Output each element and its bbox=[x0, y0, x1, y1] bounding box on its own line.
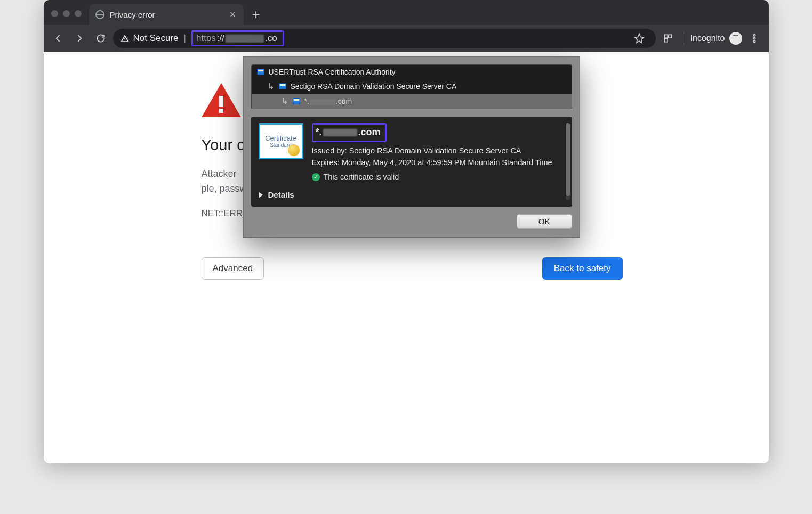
browser-toolbar: Not Secure | https://.co Incognito ⌒ bbox=[44, 25, 769, 52]
details-label: Details bbox=[268, 190, 294, 199]
back-button[interactable] bbox=[49, 29, 67, 47]
tab-strip: Privacy error × + bbox=[44, 0, 769, 25]
checkmark-icon: ✓ bbox=[312, 173, 320, 181]
disclosure-triangle-icon bbox=[259, 192, 263, 198]
browser-tab[interactable]: Privacy error × bbox=[89, 4, 244, 25]
expires: Expires: Monday, May 4, 2020 at 4:59:59 … bbox=[312, 158, 552, 167]
address-bar[interactable]: Not Secure | https://.co bbox=[113, 29, 656, 48]
redacted-domain bbox=[310, 99, 335, 105]
incognito-icon: ⌒ bbox=[729, 32, 742, 45]
redacted-domain bbox=[323, 129, 357, 136]
chain-leaf[interactable]: ↳ *..com bbox=[252, 94, 572, 109]
kebab-menu-icon[interactable] bbox=[745, 29, 763, 47]
reload-button[interactable] bbox=[92, 29, 110, 47]
warning-icon bbox=[120, 34, 129, 43]
url-highlight-box: https://.co bbox=[191, 30, 284, 46]
bookmark-star-icon[interactable] bbox=[630, 29, 648, 47]
traffic-light-close[interactable] bbox=[51, 10, 58, 17]
tab-title: Privacy error bbox=[110, 10, 223, 19]
window-controls[interactable] bbox=[51, 10, 82, 17]
chain-root-label: USERTrust RSA Certification Authority bbox=[269, 68, 396, 76]
certificate-dialog: USERTrust RSA Certification Authority ↳ … bbox=[243, 56, 580, 238]
svg-rect-2 bbox=[664, 39, 668, 42]
globe-icon bbox=[95, 10, 104, 19]
advanced-button[interactable]: Advanced bbox=[202, 257, 264, 280]
incognito-indicator: Incognito ⌒ bbox=[690, 32, 742, 45]
certificate-details: Certificate Standard *..com Issued by: S… bbox=[251, 117, 572, 207]
separator: | bbox=[184, 33, 186, 44]
forward-button[interactable] bbox=[70, 29, 89, 47]
tree-arrow-icon: ↳ bbox=[282, 96, 288, 106]
certificate-common-name: *..com bbox=[312, 123, 387, 142]
svg-rect-1 bbox=[668, 35, 671, 38]
ok-button[interactable]: OK bbox=[517, 214, 572, 229]
warning-triangle-icon bbox=[202, 83, 241, 117]
svg-point-4 bbox=[753, 37, 755, 39]
redacted-host bbox=[226, 35, 264, 43]
traffic-light-zoom[interactable] bbox=[75, 10, 82, 17]
security-label: Not Secure bbox=[133, 33, 179, 44]
page-content: Your c Attacker ple, passwords, messages… bbox=[44, 52, 769, 463]
certificate-image-icon: Certificate Standard bbox=[259, 123, 303, 159]
chain-root[interactable]: USERTrust RSA Certification Authority bbox=[252, 65, 572, 79]
chain-leaf-label: *..com bbox=[304, 97, 352, 105]
certificate-icon bbox=[279, 83, 286, 89]
certificate-chain[interactable]: USERTrust RSA Certification Authority ↳ … bbox=[251, 64, 572, 109]
svg-rect-6 bbox=[219, 96, 223, 107]
issued-by: Issued by: Sectigo RSA Domain Validation… bbox=[312, 146, 521, 155]
traffic-light-minimize[interactable] bbox=[63, 10, 70, 17]
security-indicator[interactable]: Not Secure bbox=[120, 33, 179, 44]
chain-intermediate[interactable]: ↳ Sectigo RSA Domain Validation Secure S… bbox=[252, 79, 572, 94]
tree-arrow-icon: ↳ bbox=[268, 81, 275, 91]
svg-point-3 bbox=[753, 35, 755, 36]
incognito-label: Incognito bbox=[690, 34, 725, 43]
url-host: ://.co bbox=[217, 33, 277, 44]
new-tab-button[interactable]: + bbox=[252, 7, 260, 21]
svg-rect-7 bbox=[219, 109, 223, 113]
toolbar-separator bbox=[684, 32, 684, 45]
chain-intermediate-label: Sectigo RSA Domain Validation Secure Ser… bbox=[291, 82, 457, 91]
certificate-icon bbox=[257, 69, 264, 75]
browser-window: Privacy error × + Not Secure | https://.… bbox=[44, 0, 769, 463]
back-to-safety-button[interactable]: Back to safety bbox=[542, 257, 623, 280]
svg-point-5 bbox=[753, 40, 755, 42]
certificate-icon bbox=[293, 98, 300, 104]
url-protocol: https bbox=[196, 33, 216, 44]
validity-status: ✓ This certificate is valid bbox=[312, 171, 565, 183]
svg-rect-0 bbox=[664, 35, 668, 38]
close-tab-icon[interactable]: × bbox=[228, 8, 237, 21]
details-toggle[interactable]: Details bbox=[259, 190, 565, 199]
scrollbar[interactable] bbox=[566, 123, 570, 200]
extension-icon[interactable] bbox=[659, 29, 677, 47]
